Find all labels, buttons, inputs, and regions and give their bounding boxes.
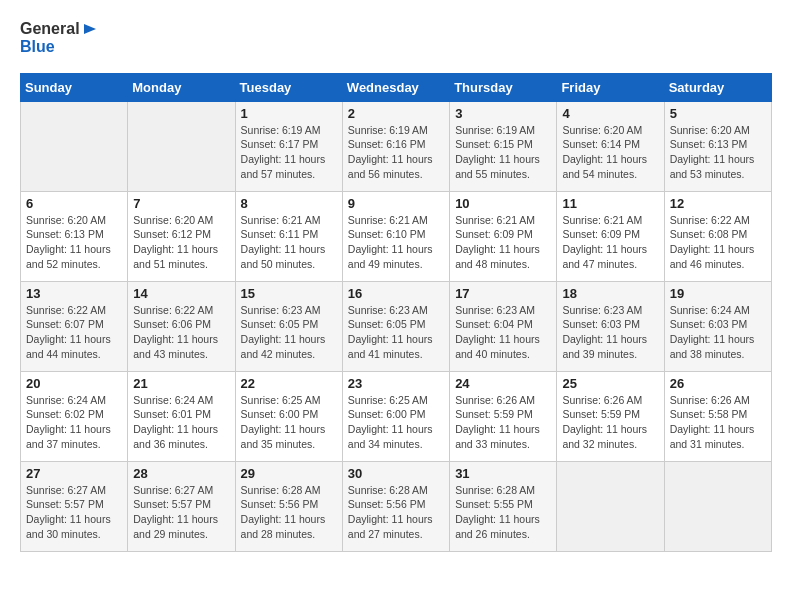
calendar-cell: 20Sunrise: 6:24 AM Sunset: 6:02 PM Dayli…	[21, 371, 128, 461]
calendar-week-3: 13Sunrise: 6:22 AM Sunset: 6:07 PM Dayli…	[21, 281, 772, 371]
page-header: General Blue	[20, 20, 772, 57]
day-number: 30	[348, 466, 444, 481]
day-number: 2	[348, 106, 444, 121]
calendar-week-1: 1Sunrise: 6:19 AM Sunset: 6:17 PM Daylig…	[21, 101, 772, 191]
day-number: 15	[241, 286, 337, 301]
calendar-cell: 29Sunrise: 6:28 AM Sunset: 5:56 PM Dayli…	[235, 461, 342, 551]
day-info: Sunrise: 6:20 AM Sunset: 6:12 PM Dayligh…	[133, 213, 229, 272]
day-header-monday: Monday	[128, 73, 235, 101]
day-number: 5	[670, 106, 766, 121]
day-number: 31	[455, 466, 551, 481]
day-info: Sunrise: 6:19 AM Sunset: 6:15 PM Dayligh…	[455, 123, 551, 182]
day-info: Sunrise: 6:24 AM Sunset: 6:03 PM Dayligh…	[670, 303, 766, 362]
day-info: Sunrise: 6:27 AM Sunset: 5:57 PM Dayligh…	[26, 483, 122, 542]
day-info: Sunrise: 6:22 AM Sunset: 6:07 PM Dayligh…	[26, 303, 122, 362]
day-number: 17	[455, 286, 551, 301]
calendar-cell: 9Sunrise: 6:21 AM Sunset: 6:10 PM Daylig…	[342, 191, 449, 281]
calendar-cell: 17Sunrise: 6:23 AM Sunset: 6:04 PM Dayli…	[450, 281, 557, 371]
day-number: 20	[26, 376, 122, 391]
calendar-cell: 6Sunrise: 6:20 AM Sunset: 6:13 PM Daylig…	[21, 191, 128, 281]
calendar-cell	[128, 101, 235, 191]
day-number: 3	[455, 106, 551, 121]
day-info: Sunrise: 6:28 AM Sunset: 5:56 PM Dayligh…	[348, 483, 444, 542]
calendar-cell: 1Sunrise: 6:19 AM Sunset: 6:17 PM Daylig…	[235, 101, 342, 191]
calendar-cell: 18Sunrise: 6:23 AM Sunset: 6:03 PM Dayli…	[557, 281, 664, 371]
day-number: 26	[670, 376, 766, 391]
day-number: 14	[133, 286, 229, 301]
day-number: 10	[455, 196, 551, 211]
calendar-cell: 27Sunrise: 6:27 AM Sunset: 5:57 PM Dayli…	[21, 461, 128, 551]
calendar-table: SundayMondayTuesdayWednesdayThursdayFrid…	[20, 73, 772, 552]
day-info: Sunrise: 6:23 AM Sunset: 6:05 PM Dayligh…	[241, 303, 337, 362]
svg-marker-0	[84, 24, 96, 34]
day-number: 29	[241, 466, 337, 481]
day-number: 24	[455, 376, 551, 391]
day-info: Sunrise: 6:24 AM Sunset: 6:02 PM Dayligh…	[26, 393, 122, 452]
calendar-cell: 26Sunrise: 6:26 AM Sunset: 5:58 PM Dayli…	[664, 371, 771, 461]
day-number: 8	[241, 196, 337, 211]
day-info: Sunrise: 6:20 AM Sunset: 6:13 PM Dayligh…	[26, 213, 122, 272]
day-info: Sunrise: 6:19 AM Sunset: 6:16 PM Dayligh…	[348, 123, 444, 182]
day-info: Sunrise: 6:21 AM Sunset: 6:11 PM Dayligh…	[241, 213, 337, 272]
day-number: 25	[562, 376, 658, 391]
day-info: Sunrise: 6:22 AM Sunset: 6:06 PM Dayligh…	[133, 303, 229, 362]
day-header-friday: Friday	[557, 73, 664, 101]
calendar-cell: 14Sunrise: 6:22 AM Sunset: 6:06 PM Dayli…	[128, 281, 235, 371]
day-number: 1	[241, 106, 337, 121]
day-info: Sunrise: 6:26 AM Sunset: 5:58 PM Dayligh…	[670, 393, 766, 452]
day-info: Sunrise: 6:21 AM Sunset: 6:09 PM Dayligh…	[455, 213, 551, 272]
day-number: 28	[133, 466, 229, 481]
calendar-cell: 28Sunrise: 6:27 AM Sunset: 5:57 PM Dayli…	[128, 461, 235, 551]
day-info: Sunrise: 6:25 AM Sunset: 6:00 PM Dayligh…	[241, 393, 337, 452]
calendar-cell: 31Sunrise: 6:28 AM Sunset: 5:55 PM Dayli…	[450, 461, 557, 551]
calendar-cell: 2Sunrise: 6:19 AM Sunset: 6:16 PM Daylig…	[342, 101, 449, 191]
day-header-tuesday: Tuesday	[235, 73, 342, 101]
calendar-cell: 12Sunrise: 6:22 AM Sunset: 6:08 PM Dayli…	[664, 191, 771, 281]
day-number: 12	[670, 196, 766, 211]
calendar-cell: 15Sunrise: 6:23 AM Sunset: 6:05 PM Dayli…	[235, 281, 342, 371]
calendar-cell: 7Sunrise: 6:20 AM Sunset: 6:12 PM Daylig…	[128, 191, 235, 281]
day-header-wednesday: Wednesday	[342, 73, 449, 101]
calendar-cell: 10Sunrise: 6:21 AM Sunset: 6:09 PM Dayli…	[450, 191, 557, 281]
logo: General Blue	[20, 20, 80, 57]
day-number: 22	[241, 376, 337, 391]
calendar-cell: 30Sunrise: 6:28 AM Sunset: 5:56 PM Dayli…	[342, 461, 449, 551]
day-info: Sunrise: 6:22 AM Sunset: 6:08 PM Dayligh…	[670, 213, 766, 272]
day-info: Sunrise: 6:26 AM Sunset: 5:59 PM Dayligh…	[562, 393, 658, 452]
calendar-cell: 23Sunrise: 6:25 AM Sunset: 6:00 PM Dayli…	[342, 371, 449, 461]
day-number: 23	[348, 376, 444, 391]
day-info: Sunrise: 6:23 AM Sunset: 6:03 PM Dayligh…	[562, 303, 658, 362]
day-number: 13	[26, 286, 122, 301]
calendar-cell: 22Sunrise: 6:25 AM Sunset: 6:00 PM Dayli…	[235, 371, 342, 461]
calendar-week-4: 20Sunrise: 6:24 AM Sunset: 6:02 PM Dayli…	[21, 371, 772, 461]
calendar-cell	[664, 461, 771, 551]
day-info: Sunrise: 6:28 AM Sunset: 5:56 PM Dayligh…	[241, 483, 337, 542]
day-info: Sunrise: 6:25 AM Sunset: 6:00 PM Dayligh…	[348, 393, 444, 452]
day-info: Sunrise: 6:19 AM Sunset: 6:17 PM Dayligh…	[241, 123, 337, 182]
calendar-week-2: 6Sunrise: 6:20 AM Sunset: 6:13 PM Daylig…	[21, 191, 772, 281]
day-number: 6	[26, 196, 122, 211]
day-info: Sunrise: 6:21 AM Sunset: 6:09 PM Dayligh…	[562, 213, 658, 272]
calendar-cell: 5Sunrise: 6:20 AM Sunset: 6:13 PM Daylig…	[664, 101, 771, 191]
calendar-cell: 4Sunrise: 6:20 AM Sunset: 6:14 PM Daylig…	[557, 101, 664, 191]
calendar-cell	[557, 461, 664, 551]
calendar-cell	[21, 101, 128, 191]
day-number: 21	[133, 376, 229, 391]
day-number: 11	[562, 196, 658, 211]
day-number: 9	[348, 196, 444, 211]
calendar-cell: 11Sunrise: 6:21 AM Sunset: 6:09 PM Dayli…	[557, 191, 664, 281]
day-header-sunday: Sunday	[21, 73, 128, 101]
logo-text: General Blue	[20, 20, 80, 57]
calendar-cell: 13Sunrise: 6:22 AM Sunset: 6:07 PM Dayli…	[21, 281, 128, 371]
day-number: 16	[348, 286, 444, 301]
calendar-cell: 3Sunrise: 6:19 AM Sunset: 6:15 PM Daylig…	[450, 101, 557, 191]
calendar-cell: 25Sunrise: 6:26 AM Sunset: 5:59 PM Dayli…	[557, 371, 664, 461]
day-header-saturday: Saturday	[664, 73, 771, 101]
day-info: Sunrise: 6:26 AM Sunset: 5:59 PM Dayligh…	[455, 393, 551, 452]
calendar-cell: 21Sunrise: 6:24 AM Sunset: 6:01 PM Dayli…	[128, 371, 235, 461]
day-info: Sunrise: 6:28 AM Sunset: 5:55 PM Dayligh…	[455, 483, 551, 542]
day-info: Sunrise: 6:21 AM Sunset: 6:10 PM Dayligh…	[348, 213, 444, 272]
calendar-cell: 8Sunrise: 6:21 AM Sunset: 6:11 PM Daylig…	[235, 191, 342, 281]
day-info: Sunrise: 6:20 AM Sunset: 6:13 PM Dayligh…	[670, 123, 766, 182]
calendar-week-5: 27Sunrise: 6:27 AM Sunset: 5:57 PM Dayli…	[21, 461, 772, 551]
